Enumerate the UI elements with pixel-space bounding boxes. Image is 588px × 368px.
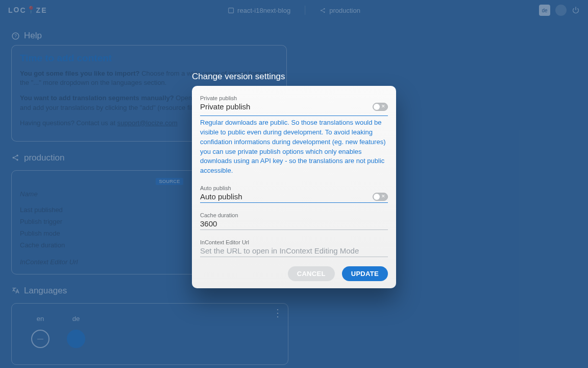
field-small-label: Auto publish <box>200 185 388 191</box>
field-row[interactable]: Set the URL to open in InContext Editing… <box>200 246 388 257</box>
field-row[interactable]: 3600 <box>200 219 388 230</box>
private-publish-field: Private publish Private publish ✕ Regula… <box>200 95 388 176</box>
modal-actions: CANCEL UPDATE <box>200 266 388 281</box>
auto-publish-label: Auto publish <box>200 192 373 201</box>
field-row: Auto publish ✕ <box>200 192 388 203</box>
auto-publish-toggle[interactable]: ✕ <box>373 193 388 201</box>
field-small-label: InContext Editor Url <box>200 239 388 245</box>
private-publish-help: Regular downloads are public. So those t… <box>200 116 388 176</box>
field-small-label: Private publish <box>200 95 388 101</box>
incontext-url-field: InContext Editor Url Set the URL to open… <box>200 239 388 257</box>
toggle-off-icon: ✕ <box>381 194 385 199</box>
cache-duration-input[interactable]: 3600 <box>200 219 388 228</box>
private-publish-toggle[interactable]: ✕ <box>373 103 388 111</box>
modal-wrap: Change version settings Private publish … <box>0 0 588 368</box>
auto-publish-field: Auto publish Auto publish ✕ <box>200 185 388 203</box>
modal-title: Change version settings <box>192 72 396 82</box>
incontext-url-input[interactable]: Set the URL to open in InContext Editing… <box>200 246 388 255</box>
private-publish-label: Private publish <box>200 102 373 111</box>
field-row: Private publish ✕ <box>200 102 388 112</box>
version-settings-modal: Private publish Private publish ✕ Regula… <box>192 86 396 288</box>
update-button[interactable]: UPDATE <box>342 266 388 281</box>
cache-duration-field: Cache duration 3600 <box>200 212 388 230</box>
toggle-off-icon: ✕ <box>381 104 385 109</box>
field-small-label: Cache duration <box>200 212 388 218</box>
cancel-button[interactable]: CANCEL <box>288 266 335 281</box>
